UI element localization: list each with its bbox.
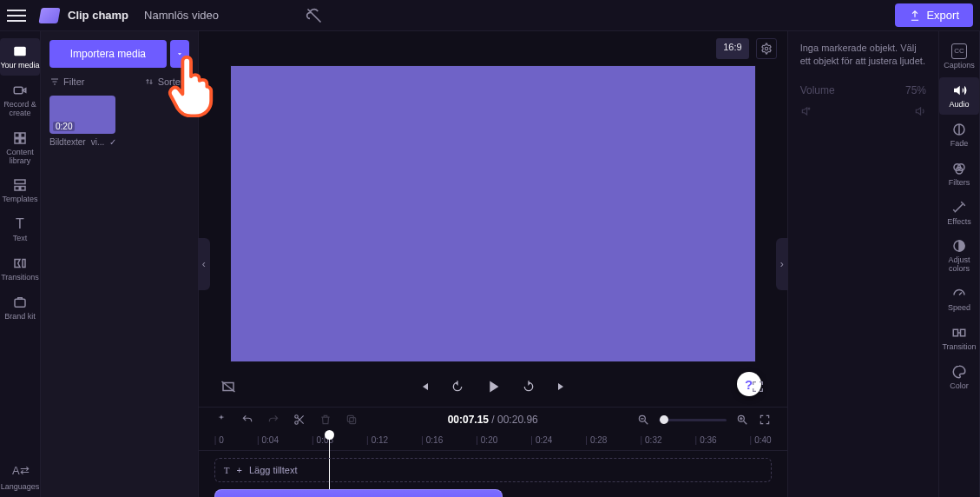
import-label: Importera media xyxy=(70,48,146,60)
import-media-button[interactable]: Importera media xyxy=(49,40,167,68)
right-nav: CC Captions Audio Fade Filters Effects A… xyxy=(938,31,980,497)
undo-button[interactable] xyxy=(240,413,254,427)
check-icon: ✓ xyxy=(109,137,116,147)
nav-transition[interactable]: Transition xyxy=(939,320,979,357)
left-nav: Your media Record & create Content libra… xyxy=(0,31,41,497)
sort-icon xyxy=(144,76,155,87)
skip-start-icon xyxy=(418,380,431,394)
cloud-sync-off-icon xyxy=(306,7,323,24)
nav-label: Audio xyxy=(949,101,969,109)
zoom-slider[interactable] xyxy=(659,419,727,421)
preview-settings-button[interactable] xyxy=(756,38,777,59)
nav-transitions[interactable]: Transitions xyxy=(0,250,40,288)
svg-rect-4 xyxy=(15,138,19,142)
play-button[interactable] xyxy=(482,375,504,398)
timeline-ruler[interactable]: 0 0:04 0:08 0:12 0:16 0:20 0:24 0:28 0:3… xyxy=(199,432,787,451)
nav-content-library[interactable]: Content library xyxy=(0,125,40,171)
collapse-right-panel[interactable]: › xyxy=(776,238,788,290)
step-forward-button[interactable] xyxy=(520,378,537,395)
project-title-input[interactable] xyxy=(137,5,297,25)
svg-rect-0 xyxy=(14,47,26,56)
trash-icon xyxy=(319,414,332,426)
split-button[interactable] xyxy=(293,413,306,427)
grid-icon xyxy=(12,130,28,146)
nav-brand-kit[interactable]: Brand kit xyxy=(0,289,40,327)
media-panel: Importera media Filter Sortera 0:20 Bild… xyxy=(41,31,199,497)
safezone-toggle[interactable] xyxy=(220,378,237,395)
zoom-out-button[interactable] xyxy=(636,413,650,427)
filter-icon xyxy=(49,76,60,87)
zoom-in-icon xyxy=(736,414,748,426)
svg-point-12 xyxy=(294,415,298,419)
redo-button[interactable] xyxy=(266,413,280,427)
sparkle-icon xyxy=(215,414,227,426)
nav-text[interactable]: T Text xyxy=(0,211,40,248)
media-thumbnail[interactable]: 0:20 Bildtexter vi... ✓ xyxy=(49,96,115,147)
chevron-down-icon xyxy=(175,50,184,58)
nav-label: Fade xyxy=(950,140,969,149)
sort-label: Sortera xyxy=(158,76,189,87)
video-clip[interactable] xyxy=(214,489,503,497)
filters-icon xyxy=(951,161,967,176)
ruler-tick: 0:24 xyxy=(530,435,552,445)
nav-effects[interactable]: Effects xyxy=(939,195,979,232)
nav-your-media[interactable]: Your media xyxy=(0,38,40,76)
zoom-in-button[interactable] xyxy=(735,413,749,427)
svg-rect-5 xyxy=(21,138,25,142)
step-back-button[interactable] xyxy=(449,378,466,395)
svg-rect-7 xyxy=(15,187,19,191)
nav-label: Filters xyxy=(949,179,970,188)
thumbnail-duration: 0:20 xyxy=(53,122,75,131)
gear-icon xyxy=(760,43,773,55)
aspect-ratio-selector[interactable]: 16:9 xyxy=(716,38,748,59)
skip-end-button[interactable] xyxy=(553,378,570,395)
svg-rect-6 xyxy=(15,180,25,184)
center-area: ‹ › 16:9 ? xyxy=(199,31,787,497)
preview-canvas[interactable] xyxy=(231,66,755,361)
nav-label: Color xyxy=(950,382,969,391)
redo-icon xyxy=(267,414,280,426)
nav-color[interactable]: Color xyxy=(939,359,979,396)
skip-start-button[interactable] xyxy=(416,378,433,395)
nav-speed[interactable]: Speed xyxy=(939,281,979,318)
nav-label: Content library xyxy=(0,149,40,166)
nav-filters[interactable]: Filters xyxy=(939,156,979,193)
svg-point-10 xyxy=(765,47,768,50)
export-button[interactable]: Export xyxy=(895,3,973,27)
svg-rect-15 xyxy=(347,415,353,421)
timeline-toolbar: 00:07.15 / 00:20.96 xyxy=(199,407,787,432)
undo-icon xyxy=(241,414,253,426)
timecode: 00:07.15 / 00:20.96 xyxy=(448,414,538,426)
sort-button[interactable]: Sortera xyxy=(144,76,189,87)
media-icon xyxy=(12,43,28,59)
scissors-icon xyxy=(293,414,306,426)
add-text-track[interactable]: T + Lägg tilltext xyxy=(214,458,772,482)
nav-record-create[interactable]: Record & create xyxy=(0,77,40,123)
nav-label: Speed xyxy=(948,304,970,313)
nav-templates[interactable]: Templates xyxy=(0,172,40,209)
nav-fade[interactable]: Fade xyxy=(939,116,979,154)
ruler-tick: 0:36 xyxy=(695,435,717,445)
fullscreen-button[interactable] xyxy=(749,378,766,395)
nav-audio[interactable]: Audio xyxy=(939,77,979,115)
export-label: Export xyxy=(926,9,959,22)
fullscreen-icon xyxy=(751,380,765,394)
zoom-fit-button[interactable] xyxy=(758,413,772,427)
nav-label: Templates xyxy=(2,195,37,204)
ruler-tick: 0:04 xyxy=(257,435,279,445)
import-dropdown-button[interactable] xyxy=(170,40,189,68)
nav-label: Your media xyxy=(0,62,39,70)
menu-button[interactable] xyxy=(7,6,26,25)
auto-tools-button[interactable] xyxy=(214,413,228,427)
adjust-icon xyxy=(951,238,967,254)
effects-icon xyxy=(951,200,967,215)
nav-adjust-colors[interactable]: Adjust colors xyxy=(939,233,979,279)
step-fwd-icon xyxy=(522,380,536,394)
delete-button[interactable] xyxy=(319,413,332,427)
nav-languages[interactable]: A⇄ Languages xyxy=(0,460,40,497)
filter-button[interactable]: Filter xyxy=(49,76,84,87)
collapse-left-panel[interactable]: ‹ xyxy=(198,238,210,290)
nav-captions[interactable]: CC Captions xyxy=(939,38,979,76)
duplicate-button[interactable] xyxy=(345,413,358,427)
ruler-tick: 0:40 xyxy=(750,435,772,445)
